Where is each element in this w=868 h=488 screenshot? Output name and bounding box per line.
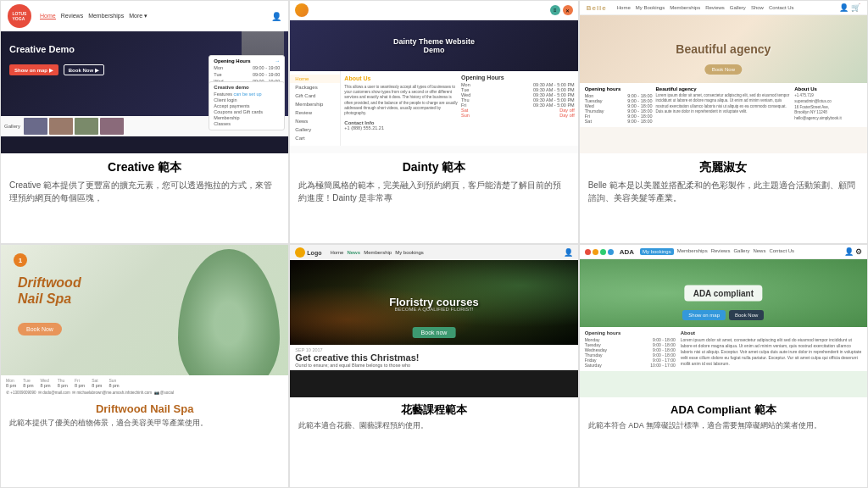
ada-book-btn[interactable]: Book Now	[729, 310, 764, 320]
lotus-logo: LOTUSYOGA	[8, 4, 31, 28]
flor-seasonal-sub: Ound to ensure; and equal Blame belongs …	[295, 363, 572, 368]
dainty-sidebar-home[interactable]: Home	[290, 75, 340, 83]
card-floristry: Logo Home News Membership My bookings 👤 …	[289, 244, 578, 488]
nav-reviews[interactable]: Reviews	[61, 13, 83, 19]
ada-oh-sat: Saturday10:00 - 17:00	[585, 363, 676, 368]
belle-oh-sat: Sat9:00 - 18:00	[585, 119, 653, 124]
belle-hero: Beautiful agency Book Now	[580, 15, 867, 83]
ada-nav-gallery[interactable]: Gallery	[733, 248, 749, 255]
flor-nav-news[interactable]: News	[347, 250, 360, 255]
belle-hero-text: Beautiful agency	[676, 42, 771, 56]
dainty-sidebar-membership[interactable]: Membership	[290, 100, 340, 108]
belle-agency-title: Beautiful agency	[656, 86, 792, 92]
ada-nav-contact[interactable]: Contact Us	[769, 248, 794, 255]
menu-icon[interactable]: ≡	[550, 5, 560, 15]
belle-nav-bookings[interactable]: My Bookings	[636, 5, 665, 10]
nav-memberships[interactable]: Memberships	[88, 13, 124, 19]
card-creative: LOTUSYOGA Home Reviews Memberships More …	[0, 0, 289, 244]
flor-nav-bookings[interactable]: My bookings	[395, 250, 424, 255]
flor-nav-membership[interactable]: Membership	[364, 250, 392, 255]
flor-bottom: SEP 10 2017 Get creative this Christmas!…	[290, 345, 577, 370]
flor-logo-text: Logo	[307, 250, 321, 256]
show-on-map-btn[interactable]: Show on map ▶	[9, 64, 58, 75]
ada-dots	[585, 249, 614, 255]
cd-item-3: Accept payments	[214, 103, 280, 108]
ada-map-btn[interactable]: Show on map	[682, 310, 726, 320]
cd-title: Creative demo	[214, 85, 280, 90]
ada-nav-bookings[interactable]: My bookings	[640, 248, 674, 255]
drift-dot: 1	[14, 253, 27, 267]
drift-sat: Sat8 pm	[92, 378, 102, 388]
nav-home[interactable]: Home	[40, 13, 56, 19]
gallery-label: Gallery	[4, 124, 20, 129]
drift-tue: Tue8 pm	[23, 378, 33, 388]
ada-about-title: About	[681, 330, 862, 336]
book-now-btn[interactable]: Book Now ▶	[64, 64, 104, 75]
floristry-info: 花藝課程範本 此範本適合花藝、園藝課程預約使用。	[290, 397, 577, 487]
flor-nav-links: Home News Membership My bookings	[330, 250, 423, 255]
floristry-title: 花藝課程範本	[298, 402, 569, 418]
drift-book-btn[interactable]: Book Now	[18, 323, 62, 336]
dainty-about-text: This allows a user to seamlessly accept …	[344, 85, 458, 117]
gallery-thumb-1[interactable]	[24, 118, 47, 135]
dainty-hero-text: Dainty Theme WebsiteDemo	[393, 37, 475, 54]
belle-oh-section: Opening hours Mon9:00 - 18:00 Tuesday9:0…	[585, 86, 653, 124]
belle-agency-section: Beautiful agency Lorem ipsum dolor sit a…	[656, 86, 792, 124]
driftwood-desc: 此範本提供了優美的植物佈景，適合美容美甲等產業使用。	[9, 418, 280, 430]
dainty-sidebar-packages[interactable]: Packages	[290, 83, 340, 92]
gallery-thumb-4[interactable]	[100, 118, 124, 135]
belle-oh-title: Opening hours	[585, 86, 653, 92]
creative-info: Creative 範本 Creative 範本提供了更豐富的擴充元素，您可以透過…	[1, 153, 288, 243]
ada-action-row: Show on map Book Now	[682, 310, 764, 320]
user-icon[interactable]: 👤	[271, 12, 281, 21]
ada-navbar: ADA My bookings Memberships Reviews Gall…	[580, 245, 867, 259]
dainty-sidebar: Home Packages Gift Card Membership Revie…	[290, 71, 341, 146]
belle-nav-reviews[interactable]: Reviews	[705, 5, 725, 10]
creative-title: Creative 範本	[9, 160, 280, 175]
drift-sun: Sun8 pm	[108, 378, 119, 388]
ada-oh-section: Opening hours Monday9:00 - 18:00 Tuesday…	[585, 330, 676, 368]
belle-nav-show[interactable]: Show	[751, 5, 764, 10]
belle-nav-contact[interactable]: Contact Us	[769, 5, 794, 10]
driftwood-preview: 1 DriftwoodNail Spa Book Now Mon8 pm Tue…	[1, 245, 288, 397]
dainty-sidebar-news[interactable]: News	[290, 117, 340, 125]
flor-navbar: Logo Home News Membership My bookings 👤	[290, 245, 577, 260]
oh-tue: Tue09:00 - 19:00	[214, 72, 280, 77]
flor-nav-home[interactable]: Home	[330, 250, 343, 255]
cart-icon[interactable]: 🛒	[851, 3, 860, 12]
gallery-thumb-2[interactable]	[49, 118, 73, 135]
drift-fri: Fri8 pm	[75, 378, 85, 388]
card-driftwood: 1 DriftwoodNail Spa Book Now Mon8 pm Tue…	[0, 244, 289, 488]
user-icon[interactable]: 👤	[839, 3, 849, 12]
nav-more[interactable]: More ▾	[129, 13, 147, 19]
dainty-sidebar-giftcard[interactable]: Gift Card	[290, 92, 340, 100]
flor-book-btn[interactable]: Book now	[413, 327, 456, 338]
belle-nav-memberships[interactable]: Memberships	[670, 5, 700, 10]
close-icon[interactable]: ✕	[563, 5, 573, 15]
dainty-icons: ≡ ✕	[550, 5, 573, 15]
ada-nav-memberships[interactable]: Memberships	[677, 248, 708, 255]
ada-nav-icons: 👤 ⚙	[844, 247, 862, 256]
ada-preview: ADA My bookings Memberships Reviews Gall…	[580, 245, 867, 397]
ada-user-icon[interactable]: 👤	[844, 247, 854, 256]
flor-seasonal-title: Get creative this Christmas!	[295, 352, 572, 363]
gallery-thumb-3[interactable]	[75, 118, 98, 135]
dainty-sidebar-gallery[interactable]: Gallery	[290, 125, 340, 134]
belle-nav-gallery[interactable]: Gallery	[730, 5, 746, 10]
dainty-hours: Opening Hours Mon09:30 AM - 5:00 PM Tue0…	[461, 75, 575, 118]
ada-nav-news[interactable]: News	[753, 248, 765, 255]
creative-navbar: LOTUSYOGA Home Reviews Memberships More …	[1, 1, 288, 31]
cd-item-2: Client login	[214, 97, 280, 103]
oh-title: Opening Hours →	[214, 58, 280, 64]
dainty-sidebar-cart[interactable]: Cart	[290, 134, 340, 142]
ada-about-section: About Lorem ipsum dolor sit amet, consec…	[681, 330, 862, 368]
belle-agency-text: Lorem ipsum dolor sit amet, consectetur …	[656, 93, 792, 114]
creative-nav-links: Home Reviews Memberships More ▾	[40, 13, 147, 19]
dainty-sidebar-review[interactable]: Review	[290, 108, 340, 117]
belle-nav-home[interactable]: Home	[617, 5, 631, 10]
flor-user-icon[interactable]: 👤	[564, 248, 573, 257]
ada-nav-reviews[interactable]: Reviews	[711, 248, 731, 255]
ada-settings-icon[interactable]: ⚙	[855, 247, 862, 256]
belle-book-btn[interactable]: Book Now	[705, 64, 742, 75]
belle-logo: Belle	[587, 4, 607, 12]
